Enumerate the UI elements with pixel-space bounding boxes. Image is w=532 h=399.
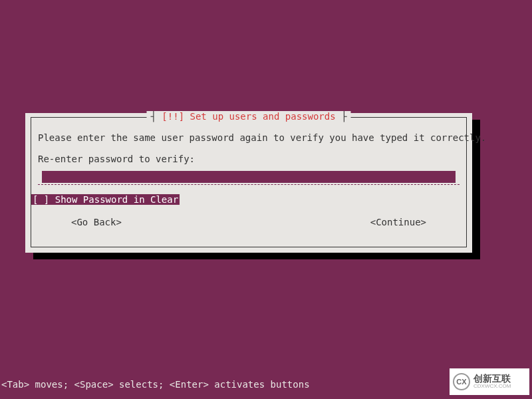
go-back-button[interactable]: <Go Back> (71, 217, 122, 227)
checkbox-label: Show Password in Clear (55, 194, 178, 205)
title-frame-left: ┤ (150, 111, 162, 122)
password-input-row (38, 171, 460, 185)
buttons-row: <Go Back> <Continue> (38, 217, 460, 227)
watermark-name: 创新互联 (473, 374, 511, 384)
instruction-text: Please enter the same user password agai… (38, 132, 460, 143)
dialog-title: ┤ [!!] Set up users and passwords ├ (146, 111, 350, 122)
watermark-text: 创新互联 CDXWCX.COM (473, 374, 511, 390)
checkbox-indicator: [ ] (33, 194, 55, 205)
password-input[interactable] (42, 171, 456, 183)
password-dialog: ┤ [!!] Set up users and passwords ├ Plea… (25, 113, 472, 253)
dialog-frame: ┤ [!!] Set up users and passwords ├ Plea… (31, 117, 467, 247)
continue-button[interactable]: <Continue> (370, 217, 426, 227)
title-frame-right: ├ (336, 111, 347, 122)
watermark: CX 创新互联 CDXWCX.COM (450, 368, 529, 395)
watermark-logo-icon: CX (453, 373, 470, 390)
password-label: Re-enter password to verify: (38, 154, 460, 164)
help-line: <Tab> moves; <Space> selects; <Enter> ac… (1, 379, 310, 390)
watermark-url: CDXWCX.COM (473, 384, 511, 390)
show-password-checkbox[interactable]: [ ] Show Password in Clear (31, 194, 180, 205)
title-text: Set up users and passwords (190, 111, 336, 122)
title-alert-mark: [!!] (162, 111, 190, 122)
